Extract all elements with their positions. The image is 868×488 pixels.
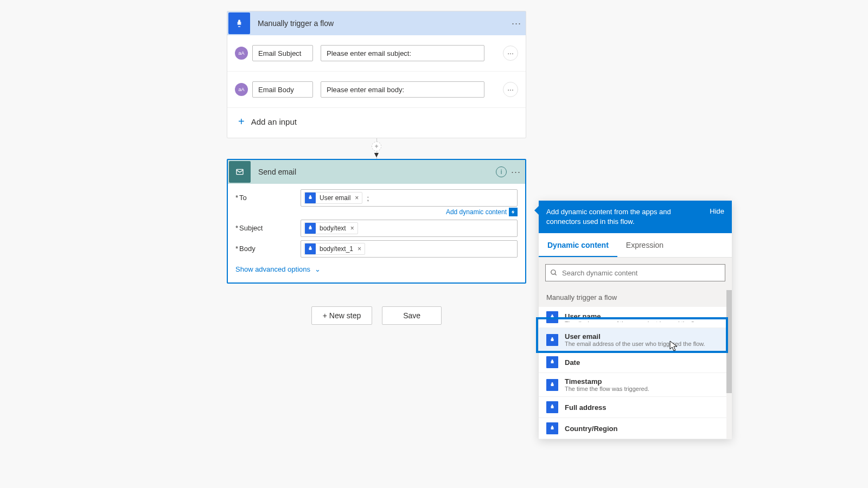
email-menu-icon[interactable]: ···	[511, 166, 521, 178]
trigger-header[interactable]: Manually trigger a flow ···	[227, 11, 526, 35]
field-to: *To User email × ; Add dynamic content	[235, 189, 518, 216]
field-to-label: *To	[235, 189, 301, 202]
field-subject: *Subject body/text ×	[235, 220, 518, 237]
info-icon[interactable]: i	[496, 166, 507, 177]
svg-rect-1	[239, 22, 239, 24]
svg-point-0	[239, 21, 240, 22]
flow-token-icon	[546, 401, 558, 413]
flow-token-icon	[546, 379, 558, 391]
show-advanced-link[interactable]: Show advanced options ⌄	[235, 265, 321, 273]
svg-point-3	[551, 270, 556, 274]
chevron-down-icon: ⌄	[315, 265, 321, 273]
email-icon	[229, 161, 251, 183]
dyn-item-timestamp[interactable]: Timestamp The time the flow was triggere…	[539, 373, 732, 397]
hide-panel-link[interactable]: Hide	[710, 207, 724, 215]
trigger-menu-icon[interactable]: ···	[512, 18, 521, 29]
token-icon	[305, 243, 316, 254]
add-dynamic-content-link[interactable]: Add dynamic content	[301, 208, 518, 216]
send-email-card: Send email i ··· *To User email × ;	[227, 159, 526, 284]
token-remove-icon[interactable]: ×	[349, 224, 358, 232]
email-header[interactable]: Send email i ···	[228, 160, 525, 184]
token-user-email[interactable]: User email ×	[304, 192, 362, 204]
save-button[interactable]: Save	[382, 306, 442, 325]
dynamic-tabs: Dynamic content Expression	[539, 233, 732, 258]
scroll-thumb[interactable]	[726, 290, 732, 393]
flow-token-icon	[546, 334, 558, 346]
panel-pointer	[534, 206, 539, 215]
field-body-label: *Body	[235, 240, 301, 253]
dynamic-section-header: Manually trigger a flow	[539, 288, 732, 307]
input-label-subject[interactable]: Email Subject	[252, 45, 313, 61]
trigger-card: Manually trigger a flow ··· aA Email Sub…	[227, 11, 526, 138]
field-to-input[interactable]: User email × ;	[301, 189, 518, 207]
dyn-item-date[interactable]: Date	[539, 352, 732, 373]
flow-token-icon	[546, 422, 558, 434]
dyn-item-user-name[interactable]: User name The display name of the user w…	[539, 307, 732, 328]
add-dynamic-icon	[509, 208, 518, 216]
input-label-body[interactable]: Email Body	[252, 81, 313, 98]
email-title: Send email	[258, 168, 296, 176]
dynamic-search-wrap	[539, 258, 732, 288]
input-row-body: aA Email Body Please enter email body: ·…	[227, 72, 526, 108]
bottom-buttons: + New step Save	[227, 306, 526, 325]
svg-line-4	[555, 274, 557, 275]
text-type-badge: aA	[235, 47, 248, 60]
dynamic-panel-header: Add dynamic content from the apps and co…	[539, 201, 732, 233]
dyn-item-user-email[interactable]: User email The email address of the user…	[539, 328, 732, 352]
input-placeholder-subject[interactable]: Please enter email subject:	[321, 45, 484, 61]
input-row-menu[interactable]: ···	[503, 82, 518, 97]
arrow-down-icon: ▼	[373, 150, 380, 159]
scrollbar[interactable]	[726, 288, 732, 439]
search-icon	[550, 269, 558, 277]
input-row-subject: aA Email Subject Please enter email subj…	[227, 35, 526, 72]
field-body-input[interactable]: body/text_1 ×	[301, 240, 518, 258]
text-type-badge: aA	[235, 83, 248, 96]
tab-expression[interactable]: Expression	[617, 233, 672, 257]
dyn-item-country-region[interactable]: Country/Region	[539, 418, 732, 439]
input-placeholder-body[interactable]: Please enter email body:	[321, 81, 484, 98]
field-subject-input[interactable]: body/text ×	[301, 220, 518, 237]
flow-token-icon	[546, 356, 558, 368]
input-row-menu[interactable]: ···	[503, 46, 518, 61]
add-input-button[interactable]: + Add an input	[227, 108, 526, 138]
connector: + ▼	[227, 138, 526, 159]
token-body-text[interactable]: body/text ×	[304, 222, 358, 234]
token-remove-icon[interactable]: ×	[354, 194, 362, 202]
token-body-text-1[interactable]: body/text_1 ×	[304, 243, 365, 255]
plus-icon: +	[238, 115, 245, 128]
field-subject-label: *Subject	[235, 220, 301, 232]
field-body: *Body body/text_1 ×	[235, 240, 518, 258]
trigger-title: Manually trigger a flow	[258, 19, 334, 28]
dynamic-list: Manually trigger a flow User name The di…	[539, 288, 732, 439]
new-step-button[interactable]: + New step	[311, 306, 372, 325]
dynamic-search-input[interactable]	[562, 269, 720, 277]
dynamic-content-panel: Add dynamic content from the apps and co…	[539, 201, 732, 439]
token-remove-icon[interactable]: ×	[356, 245, 365, 253]
flow-token-icon	[546, 311, 558, 323]
token-icon	[305, 223, 316, 234]
token-icon	[305, 192, 316, 203]
trigger-icon	[228, 12, 250, 34]
dynamic-search[interactable]	[545, 264, 725, 281]
dyn-item-full-address[interactable]: Full address	[539, 397, 732, 418]
add-input-label: Add an input	[251, 117, 297, 126]
tab-dynamic-content[interactable]: Dynamic content	[539, 233, 617, 257]
